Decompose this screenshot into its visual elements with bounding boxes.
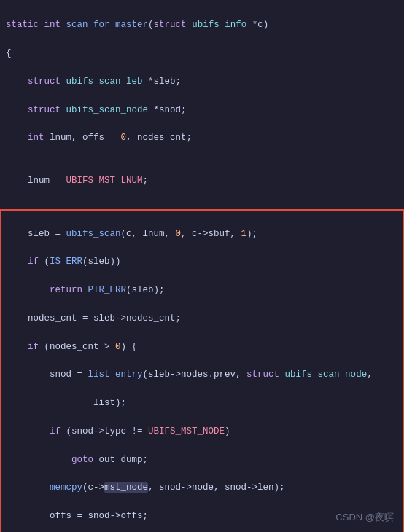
watermark: CSDN @夜暝 bbox=[335, 510, 394, 525]
red-box-1: sleb = ubifs_scan(c, lnum, 0, c->sbuf, 1… bbox=[0, 209, 404, 532]
code-block: static int scan_for_master(struct ubifs_… bbox=[0, 0, 404, 206]
